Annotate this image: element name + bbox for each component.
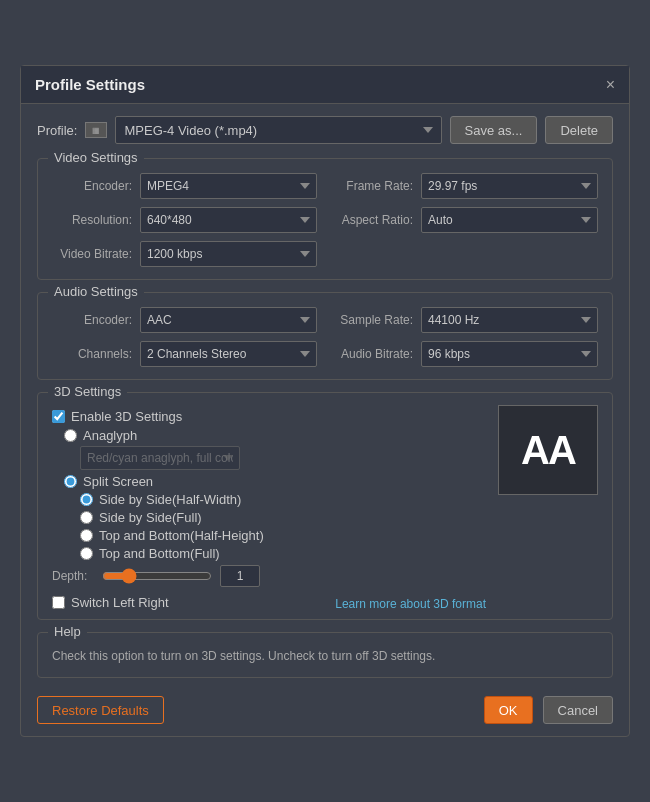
sbs-full-label: Side by Side(Full) xyxy=(99,510,202,525)
sample-rate-row: Sample Rate: 44100 Hz xyxy=(333,307,598,333)
sbs-full-radio[interactable] xyxy=(80,511,93,524)
sbs-half-radio[interactable] xyxy=(80,493,93,506)
sbs-half-label: Side by Side(Half-Width) xyxy=(99,492,241,507)
frame-rate-label: Frame Rate: xyxy=(333,179,413,193)
encoder-row: Encoder: MPEG4 xyxy=(52,173,317,199)
profile-label: Profile: xyxy=(37,123,77,138)
tab-full-label: Top and Bottom(Full) xyxy=(99,546,220,561)
anaglyph-radio[interactable] xyxy=(64,429,77,442)
video-bitrate-label: Video Bitrate: xyxy=(52,247,132,261)
tab-half-label: Top and Bottom(Half-Height) xyxy=(99,528,264,543)
sbs-full-row: Side by Side(Full) xyxy=(80,510,486,525)
enable-3d-row: Enable 3D Settings xyxy=(52,409,486,424)
tab-full-row: Top and Bottom(Full) xyxy=(80,546,486,561)
audio-settings-title: Audio Settings xyxy=(48,284,144,299)
ok-button[interactable]: OK xyxy=(484,696,533,724)
switch-lr-label[interactable]: Switch Left Right xyxy=(71,595,169,610)
depth-slider[interactable] xyxy=(102,568,212,584)
resolution-select[interactable]: 640*480 xyxy=(140,207,317,233)
channels-row: Channels: 2 Channels Stereo xyxy=(52,341,317,367)
save-as-button[interactable]: Save as... xyxy=(450,116,538,144)
cancel-button[interactable]: Cancel xyxy=(543,696,613,724)
video-settings-section: Video Settings Encoder: MPEG4 Frame Rate… xyxy=(37,158,613,280)
split-screen-label[interactable]: Split Screen xyxy=(83,474,153,489)
encoder-label: Encoder: xyxy=(52,179,132,193)
video-settings-title: Video Settings xyxy=(48,150,144,165)
resolution-row: Resolution: 640*480 xyxy=(52,207,317,233)
anaglyph-select-row: Red/cyan anaglyph, full color xyxy=(80,446,486,470)
frame-rate-row: Frame Rate: 29.97 fps xyxy=(333,173,598,199)
sample-rate-label: Sample Rate: xyxy=(333,313,413,327)
audio-encoder-label: Encoder: xyxy=(52,313,132,327)
enable-3d-label[interactable]: Enable 3D Settings xyxy=(71,409,182,424)
three-d-settings-title: 3D Settings xyxy=(48,384,127,399)
help-text: Check this option to turn on 3D settings… xyxy=(52,647,598,665)
footer-right-buttons: OK Cancel xyxy=(484,696,613,724)
footer-row: Restore Defaults OK Cancel xyxy=(37,692,613,724)
dialog-content: Profile: ▦ MPEG-4 Video (*.mp4) Save as.… xyxy=(21,104,629,736)
resolution-label: Resolution: xyxy=(52,213,132,227)
sbs-half-row: Side by Side(Half-Width) xyxy=(80,492,486,507)
3d-preview: AA xyxy=(498,405,598,495)
encoder-select[interactable]: MPEG4 xyxy=(140,173,317,199)
tab-full-radio[interactable] xyxy=(80,547,93,560)
switch-lr-row: Switch Left Right Learn more about 3D fo… xyxy=(52,593,486,611)
anaglyph-label[interactable]: Anaglyph xyxy=(83,428,137,443)
depth-row: Depth: xyxy=(52,565,486,587)
audio-encoder-row: Encoder: AAC xyxy=(52,307,317,333)
depth-input[interactable] xyxy=(220,565,260,587)
split-screen-row: Split Screen xyxy=(64,474,486,489)
audio-bitrate-label: Audio Bitrate: xyxy=(333,347,413,361)
tab-half-row: Top and Bottom(Half-Height) xyxy=(80,528,486,543)
audio-encoder-select[interactable]: AAC xyxy=(140,307,317,333)
close-button[interactable]: × xyxy=(606,77,615,93)
three-d-settings-section: 3D Settings Enable 3D Settings Anaglyph xyxy=(37,392,613,620)
split-screen-radio[interactable] xyxy=(64,475,77,488)
aspect-ratio-select[interactable]: Auto xyxy=(421,207,598,233)
video-bitrate-select[interactable]: 1200 kbps xyxy=(140,241,317,267)
dialog-title: Profile Settings xyxy=(35,76,145,93)
audio-settings-grid: Encoder: AAC Sample Rate: 44100 Hz Chann… xyxy=(52,307,598,367)
anaglyph-row: Anaglyph xyxy=(64,428,486,443)
enable-3d-checkbox[interactable] xyxy=(52,410,65,423)
sample-rate-select[interactable]: 44100 Hz xyxy=(421,307,598,333)
switch-lr-checkbox-row: Switch Left Right xyxy=(52,595,169,610)
switch-lr-checkbox[interactable] xyxy=(52,596,65,609)
audio-bitrate-row: Audio Bitrate: 96 kbps xyxy=(333,341,598,367)
aspect-ratio-row: Aspect Ratio: Auto xyxy=(333,207,598,233)
video-settings-grid: Encoder: MPEG4 Frame Rate: 29.97 fps Res… xyxy=(52,173,598,267)
channels-label: Channels: xyxy=(52,347,132,361)
channels-select[interactable]: 2 Channels Stereo xyxy=(140,341,317,367)
learn-more-link[interactable]: Learn more about 3D format xyxy=(335,597,486,611)
audio-bitrate-select[interactable]: 96 kbps xyxy=(421,341,598,367)
audio-settings-section: Audio Settings Encoder: AAC Sample Rate:… xyxy=(37,292,613,380)
title-bar: Profile Settings × xyxy=(21,66,629,104)
delete-button[interactable]: Delete xyxy=(545,116,613,144)
profile-settings-dialog: Profile Settings × Profile: ▦ MPEG-4 Vid… xyxy=(20,65,630,737)
profile-icon: ▦ xyxy=(85,122,107,138)
video-bitrate-row: Video Bitrate: 1200 kbps xyxy=(52,241,317,267)
three-d-left: Enable 3D Settings Anaglyph Red/cyan ana… xyxy=(52,405,486,611)
restore-defaults-button[interactable]: Restore Defaults xyxy=(37,696,164,724)
help-title: Help xyxy=(48,624,87,639)
tab-half-radio[interactable] xyxy=(80,529,93,542)
depth-label: Depth: xyxy=(52,569,94,583)
frame-rate-select[interactable]: 29.97 fps xyxy=(421,173,598,199)
preview-text: AA xyxy=(521,428,575,473)
three-d-body: Enable 3D Settings Anaglyph Red/cyan ana… xyxy=(52,405,598,611)
profile-select[interactable]: MPEG-4 Video (*.mp4) xyxy=(115,116,441,144)
profile-row: Profile: ▦ MPEG-4 Video (*.mp4) Save as.… xyxy=(37,116,613,144)
aspect-ratio-label: Aspect Ratio: xyxy=(333,213,413,227)
help-section: Help Check this option to turn on 3D set… xyxy=(37,632,613,678)
anaglyph-type-select: Red/cyan anaglyph, full color xyxy=(80,446,240,470)
